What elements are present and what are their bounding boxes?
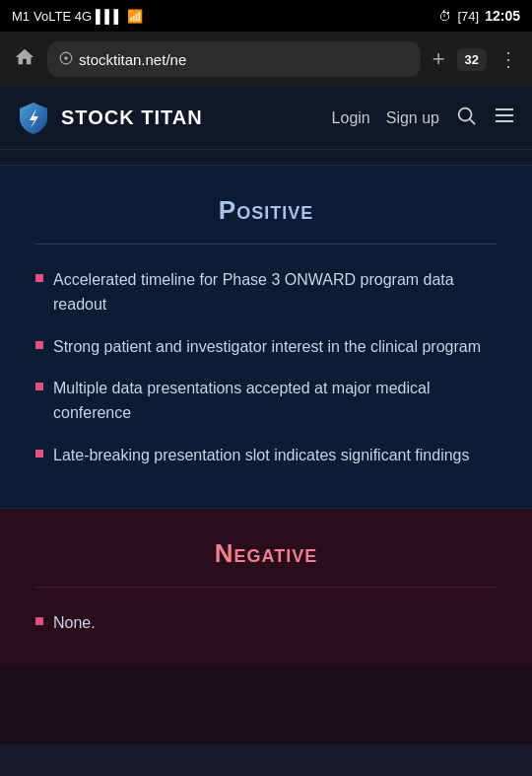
logo-icon <box>16 101 51 136</box>
logo-text: STOCK TITAN <box>61 106 203 129</box>
signup-link[interactable]: Sign up <box>386 109 439 127</box>
status-time: 12:05 <box>485 8 520 24</box>
hamburger-menu-icon[interactable] <box>493 104 516 133</box>
alarm-icon: ⏱ <box>438 9 451 24</box>
negative-title: Negative <box>35 538 497 569</box>
negative-section: Negative None. <box>0 509 532 666</box>
site-header: STOCK TITAN Login Sign up <box>0 87 532 150</box>
bullet-icon <box>35 383 43 390</box>
bullet-icon <box>35 450 43 458</box>
list-item: Multiple data presentations accepted at … <box>35 377 497 426</box>
content-separator <box>0 150 532 166</box>
svg-point-3 <box>459 108 472 121</box>
tabs-count-button[interactable]: 32 <box>457 48 487 71</box>
list-item-text: Multiple data presentations accepted at … <box>53 377 497 426</box>
bullet-icon <box>35 341 43 349</box>
positive-divider <box>35 244 497 245</box>
url-security-icon <box>59 51 73 68</box>
list-item: Late-breaking presentation slot indicate… <box>35 444 497 468</box>
wifi-icon: 📶 <box>127 9 143 24</box>
negative-divider <box>35 587 497 588</box>
list-item-text: Strong patient and investigator interest… <box>53 335 481 360</box>
new-tab-button[interactable]: + <box>429 42 449 76</box>
battery-label: [74] <box>457 9 479 24</box>
page-filler <box>0 666 532 744</box>
status-left: M1 VoLTE 4G ▌▌▌ 📶 <box>12 9 143 24</box>
bullet-icon <box>35 617 43 625</box>
browser-menu-button[interactable]: ⋮ <box>495 43 522 75</box>
list-item-text: Late-breaking presentation slot indicate… <box>53 444 469 468</box>
carrier-label: M1 <box>12 9 30 24</box>
list-item-text: Accelerated timeline for Phase 3 ONWARD … <box>53 268 497 317</box>
site-nav: Login Sign up <box>332 104 516 133</box>
list-item-text: None. <box>53 611 96 636</box>
negative-bullet-list: None. <box>35 611 497 636</box>
list-item: Strong patient and investigator interest… <box>35 335 497 360</box>
browser-home-button[interactable] <box>10 42 39 77</box>
browser-url-bar[interactable]: stocktitan.net/ne <box>47 41 421 77</box>
network-label: VoLTE 4G <box>33 9 92 24</box>
list-item: Accelerated timeline for Phase 3 ONWARD … <box>35 268 497 317</box>
bullet-icon <box>35 274 43 282</box>
status-bar: M1 VoLTE 4G ▌▌▌ 📶 ⏱ [74] 12:05 <box>0 0 532 32</box>
list-item: None. <box>35 611 497 636</box>
positive-title: Positive <box>35 195 497 226</box>
svg-line-4 <box>470 119 475 124</box>
svg-point-1 <box>64 56 68 60</box>
url-text: stocktitan.net/ne <box>79 51 409 68</box>
signal-icon: ▌▌▌ <box>96 9 123 24</box>
status-right: ⏱ [74] 12:05 <box>438 8 520 24</box>
site-logo: STOCK TITAN <box>16 101 332 136</box>
login-link[interactable]: Login <box>332 109 370 127</box>
browser-bar: stocktitan.net/ne + 32 ⋮ <box>0 32 532 87</box>
browser-actions: + 32 ⋮ <box>429 42 522 76</box>
search-icon[interactable] <box>455 105 477 131</box>
positive-bullet-list: Accelerated timeline for Phase 3 ONWARD … <box>35 268 497 468</box>
positive-section: Positive Accelerated timeline for Phase … <box>0 166 532 509</box>
